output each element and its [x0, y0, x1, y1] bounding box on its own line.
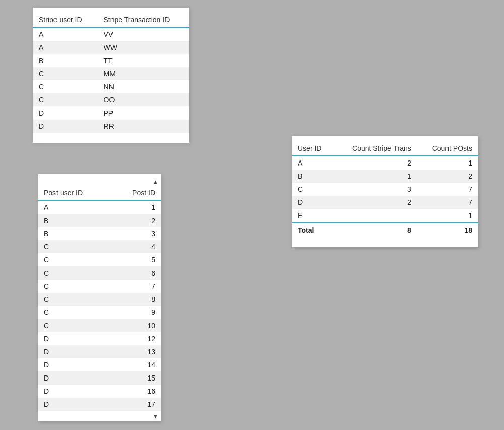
stripe-user-id-cell: C: [33, 80, 98, 93]
stripe-transaction-id-cell: VV: [98, 27, 189, 41]
post-id-cell: 12: [111, 332, 161, 345]
stripe-user-id-cell: D: [33, 120, 98, 133]
post-id-cell: 13: [111, 345, 161, 358]
summary-user-id-cell: A: [292, 156, 334, 170]
stripe-table-row: C OO: [33, 93, 189, 106]
post-id-cell: 6: [111, 266, 161, 280]
summary-user-id-cell: E: [292, 209, 334, 223]
summary-table-row: D 2 7: [292, 196, 478, 209]
post-user-id-cell: D: [38, 358, 111, 371]
stripe-user-id-cell: D: [33, 106, 98, 120]
post-user-id-cell: C: [38, 240, 111, 253]
post-table-row: A 1: [38, 200, 161, 214]
stripe-table-row: D RR: [33, 120, 189, 133]
summary-count-posts-header: Count POsts: [417, 141, 478, 156]
post-user-id-cell: C: [38, 280, 111, 293]
post-id-cell: 14: [111, 358, 161, 371]
post-id-cell: 17: [111, 398, 161, 411]
post-id-cell: 3: [111, 227, 161, 240]
scroll-up-arrow[interactable]: ▲: [153, 179, 158, 185]
post-user-id-header: Post user ID: [38, 186, 111, 200]
post-user-id-cell: C: [38, 293, 111, 306]
post-id-cell: 5: [111, 253, 161, 266]
post-user-id-cell: C: [38, 253, 111, 266]
summary-table-row: C 3 7: [292, 183, 478, 196]
post-table: Post user ID Post ID A 1 B 2 B 3 C 4 C 5…: [38, 186, 161, 413]
summary-table-card: User ID Count Stripe Trans Count POsts A…: [292, 136, 478, 247]
post-id-cell: 8: [111, 293, 161, 306]
post-table-row: B 2: [38, 214, 161, 227]
post-table-row: C 4: [38, 240, 161, 253]
post-id-cell: 9: [111, 306, 161, 319]
post-table-row: C 10: [38, 319, 161, 332]
post-table-row: D 12: [38, 332, 161, 345]
summary-table-row: B 1 2: [292, 170, 478, 183]
post-table-row: C 8: [38, 293, 161, 306]
post-id-cell: 15: [111, 371, 161, 385]
summary-count-posts-cell: 7: [417, 183, 478, 196]
post-user-id-cell: C: [38, 306, 111, 319]
post-user-id-cell: B: [38, 227, 111, 240]
post-user-id-cell: B: [38, 214, 111, 227]
summary-count-stripe-cell: 1: [334, 170, 417, 183]
stripe-transaction-id-cell: PP: [98, 106, 189, 120]
post-user-id-cell: D: [38, 371, 111, 385]
post-table-row: C 6: [38, 266, 161, 280]
post-user-id-cell: D: [38, 398, 111, 411]
stripe-user-id-cell: A: [33, 41, 98, 54]
post-table-row: D 15: [38, 371, 161, 385]
summary-table-row: A 2 1: [292, 156, 478, 170]
summary-count-posts-cell: 1: [417, 209, 478, 223]
stripe-table-row: D PP: [33, 106, 189, 120]
summary-user-id-header: User ID: [292, 141, 334, 156]
post-id-cell: 1: [111, 200, 161, 214]
post-id-cell: 2: [111, 214, 161, 227]
stripe-user-id-cell: A: [33, 27, 98, 41]
total-label: Total: [292, 223, 334, 237]
summary-count-stripe-cell: 2: [334, 156, 417, 170]
post-id-cell: 16: [111, 385, 161, 398]
stripe-table-row: A WW: [33, 41, 189, 54]
summary-user-id-cell: C: [292, 183, 334, 196]
stripe-table: Stripe user ID Stripe Transaction ID A V…: [33, 13, 189, 133]
post-user-id-cell: D: [38, 411, 111, 413]
post-id-header: Post ID: [111, 186, 161, 200]
post-table-row: D 14: [38, 358, 161, 371]
stripe-table-row: C MM: [33, 67, 189, 80]
post-id-cell: 18: [111, 411, 161, 413]
post-table-scroll-area[interactable]: Post user ID Post ID A 1 B 2 B 3 C 4 C 5…: [38, 186, 161, 413]
stripe-table-row: A VV: [33, 27, 189, 41]
stripe-table-row: C NN: [33, 80, 189, 93]
post-user-id-cell: D: [38, 345, 111, 358]
stripe-table-row: B TT: [33, 54, 189, 67]
summary-count-posts-cell: 2: [417, 170, 478, 183]
stripe-user-id-cell: C: [33, 93, 98, 106]
total-posts: 18: [417, 223, 478, 237]
summary-count-posts-cell: 7: [417, 196, 478, 209]
summary-table: User ID Count Stripe Trans Count POsts A…: [292, 141, 478, 237]
post-id-cell: 4: [111, 240, 161, 253]
summary-table-row: E 1: [292, 209, 478, 223]
post-table-row: D 17: [38, 398, 161, 411]
post-table-row: C 5: [38, 253, 161, 266]
summary-count-stripe-header: Count Stripe Trans: [334, 141, 417, 156]
stripe-transaction-id-cell: NN: [98, 80, 189, 93]
post-id-cell: 7: [111, 280, 161, 293]
summary-count-stripe-cell: 3: [334, 183, 417, 196]
stripe-transaction-id-header: Stripe Transaction ID: [98, 13, 189, 27]
summary-count-posts-cell: 1: [417, 156, 478, 170]
stripe-transaction-id-cell: TT: [98, 54, 189, 67]
post-table-row: C 7: [38, 280, 161, 293]
post-id-cell: 10: [111, 319, 161, 332]
stripe-user-id-header: Stripe user ID: [33, 13, 98, 27]
post-user-id-cell: C: [38, 266, 111, 280]
stripe-transaction-id-cell: MM: [98, 67, 189, 80]
post-user-id-cell: C: [38, 319, 111, 332]
stripe-transaction-id-cell: WW: [98, 41, 189, 54]
summary-count-stripe-cell: 2: [334, 196, 417, 209]
post-user-id-cell: D: [38, 385, 111, 398]
post-user-id-cell: A: [38, 200, 111, 214]
stripe-user-id-cell: B: [33, 54, 98, 67]
scroll-down-arrow[interactable]: ▼: [153, 414, 158, 419]
stripe-table-card: Stripe user ID Stripe Transaction ID A V…: [33, 8, 189, 143]
